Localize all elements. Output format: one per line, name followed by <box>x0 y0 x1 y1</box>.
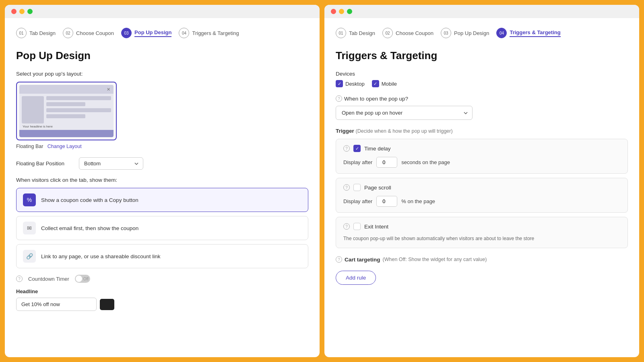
devices-section: Devices ✓ Desktop ✓ Mobile <box>336 71 628 87</box>
right-step-popup-design[interactable]: 03 Pop Up Design <box>441 28 489 38</box>
trigger-time-delay-row: Display after seconds on the page <box>343 157 620 168</box>
step-num-4: 04 <box>179 28 189 38</box>
device-desktop[interactable]: ✓ Desktop <box>336 80 365 87</box>
countdown-timer-label: Countdown Timer <box>28 276 69 282</box>
trigger-label: Trigger (Decide when & how the pop up wi… <box>336 128 628 134</box>
right-step-num-4: 04 <box>496 28 507 38</box>
step-tab-design[interactable]: 01 Tab Design <box>16 28 56 38</box>
change-layout-link[interactable]: Change Layout <box>47 144 82 149</box>
desktop-checkbox[interactable]: ✓ <box>336 80 343 87</box>
mockup-close-icon: ✕ <box>107 87 110 92</box>
trigger-exit-intent-header: ? Exit Intent <box>343 223 620 230</box>
option-coupon-copy[interactable]: % Show a coupon code with a Copy button <box>16 188 308 212</box>
right-panel-body: 01 Tab Design 02 Choose Coupon 03 Pop Up… <box>324 18 639 357</box>
when-dropdown[interactable]: Open the pop up on hover Open immediatel… <box>336 106 473 120</box>
step-triggers[interactable]: 04 Triggers & Targeting <box>179 28 239 38</box>
trigger-time-delay-header: ? ✓ Time delay <box>343 145 620 152</box>
right-step-choose-coupon[interactable]: 02 Choose Coupon <box>382 28 433 38</box>
right-step-num-3: 03 <box>441 28 451 38</box>
mobile-checkbox[interactable]: ✓ <box>372 80 379 87</box>
mockup-line-4 <box>46 114 85 118</box>
display-after-label-1: Display after <box>343 159 372 165</box>
mockup-content <box>46 96 111 123</box>
mockup-line-3 <box>46 108 111 112</box>
headline-input[interactable] <box>16 298 97 311</box>
device-mobile[interactable]: ✓ Mobile <box>372 80 397 87</box>
step-popup-design[interactable]: 03 Pop Up Design <box>121 28 171 38</box>
cart-targeting-label: Cart targeting <box>345 257 380 263</box>
right-step-tab-design[interactable]: 01 Tab Design <box>336 28 375 38</box>
right-page-title: Triggers & Targeting <box>336 49 628 62</box>
step-num-2: 02 <box>63 28 73 38</box>
cart-targeting-sublabel: (When Off: Show the widget for any cart … <box>383 257 487 262</box>
link-icon: 🔗 <box>23 250 36 263</box>
trigger-label-text: Trigger <box>336 128 354 134</box>
layout-mockup: Your headline is here ✕ <box>19 85 114 137</box>
layout-preview[interactable]: ✓ Selected Your headline is here ✕ <box>16 82 117 140</box>
right-dot-green[interactable] <box>347 9 352 14</box>
step-choose-coupon[interactable]: 02 Choose Coupon <box>63 28 114 38</box>
time-delay-suffix: seconds on the page <box>401 159 450 165</box>
right-titlebar <box>324 5 639 18</box>
when-section: ? When to open the pop up? Open the pop … <box>336 95 628 120</box>
headline-label: Headline <box>16 288 308 294</box>
email-icon: ✉ <box>23 222 36 234</box>
desktop-label: Desktop <box>345 81 365 87</box>
left-panel-body: 01 Tab Design 02 Choose Coupon 03 Pop Up… <box>5 18 320 357</box>
option-coupon-copy-label: Show a coupon code with a Copy button <box>41 197 138 203</box>
trigger-page-scroll-header: ? Page scroll <box>343 184 620 191</box>
left-panel: 01 Tab Design 02 Choose Coupon 03 Pop Up… <box>5 5 320 357</box>
headline-color-swatch[interactable] <box>100 299 114 310</box>
step-label-triggers: Triggers & Targeting <box>192 30 239 36</box>
right-step-label-4: Triggers & Targeting <box>510 29 560 37</box>
page-scroll-suffix: % on the page <box>401 198 435 204</box>
dot-red[interactable] <box>11 9 17 14</box>
layout-caption-text: Floating Bar <box>16 144 43 149</box>
add-rule-button[interactable]: Add rule <box>336 271 376 285</box>
when-label-text: When to open the pop up? <box>344 96 408 102</box>
cart-help-icon[interactable]: ? <box>336 256 342 263</box>
trigger-exit-intent-help[interactable]: ? <box>343 223 350 230</box>
dot-green[interactable] <box>27 9 33 14</box>
right-step-num-2: 02 <box>382 28 393 38</box>
right-dot-red[interactable] <box>331 9 336 14</box>
countdown-timer-toggle[interactable]: Off <box>75 275 90 283</box>
mockup-header <box>19 85 114 94</box>
right-step-label-2: Choose Coupon <box>396 30 433 36</box>
trigger-time-delay-checkbox[interactable]: ✓ <box>353 145 361 152</box>
when-help-icon[interactable]: ? <box>336 95 342 102</box>
floating-bar-position-select[interactable]: Bottom Top <box>79 157 143 170</box>
trigger-time-delay: ? ✓ Time delay Display after seconds on … <box>336 139 628 174</box>
devices-label: Devices <box>336 71 628 77</box>
option-link[interactable]: 🔗 Link to any page, or use a shareable d… <box>16 244 308 268</box>
right-panel: 01 Tab Design 02 Choose Coupon 03 Pop Up… <box>324 5 639 357</box>
coupon-icon: % <box>23 193 36 206</box>
trigger-page-scroll-checkbox[interactable] <box>353 184 361 191</box>
dot-yellow[interactable] <box>19 9 25 14</box>
exit-intent-desc: The coupon pop-up will be shown automati… <box>343 235 620 242</box>
left-titlebar <box>5 5 320 18</box>
right-dot-yellow[interactable] <box>339 9 344 14</box>
countdown-help-icon[interactable]: ? <box>16 276 23 282</box>
trigger-exit-intent-label: Exit Intent <box>364 224 388 230</box>
mockup-headline-text: Your headline is here <box>23 125 53 128</box>
trigger-time-delay-label: Time delay <box>364 146 391 152</box>
cart-targeting-row: ? Cart targeting (When Off: Show the wid… <box>336 256 628 263</box>
option-collect-email-label: Collect email first, then show the coupo… <box>41 225 138 231</box>
when-label: ? When to open the pop up? <box>336 95 628 102</box>
trigger-page-scroll-row: Display after % on the page <box>343 196 620 207</box>
step-label-tab-design: Tab Design <box>29 30 56 36</box>
step-label-choose-coupon: Choose Coupon <box>76 30 114 36</box>
right-step-num-1: 01 <box>336 28 346 38</box>
trigger-time-delay-help[interactable]: ? <box>343 145 350 152</box>
step-num-3: 03 <box>121 28 132 38</box>
time-delay-input[interactable] <box>376 157 397 168</box>
page-scroll-input[interactable] <box>376 196 397 207</box>
mockup-line-1 <box>46 96 111 100</box>
trigger-exit-intent-checkbox[interactable] <box>353 223 361 230</box>
option-collect-email[interactable]: ✉ Collect email first, then show the cou… <box>16 216 308 240</box>
headline-section: Headline <box>16 288 308 311</box>
mockup-footer-bar <box>19 130 114 137</box>
right-step-triggers[interactable]: 04 Triggers & Targeting <box>496 28 560 38</box>
trigger-page-scroll-help[interactable]: ? <box>343 184 350 191</box>
